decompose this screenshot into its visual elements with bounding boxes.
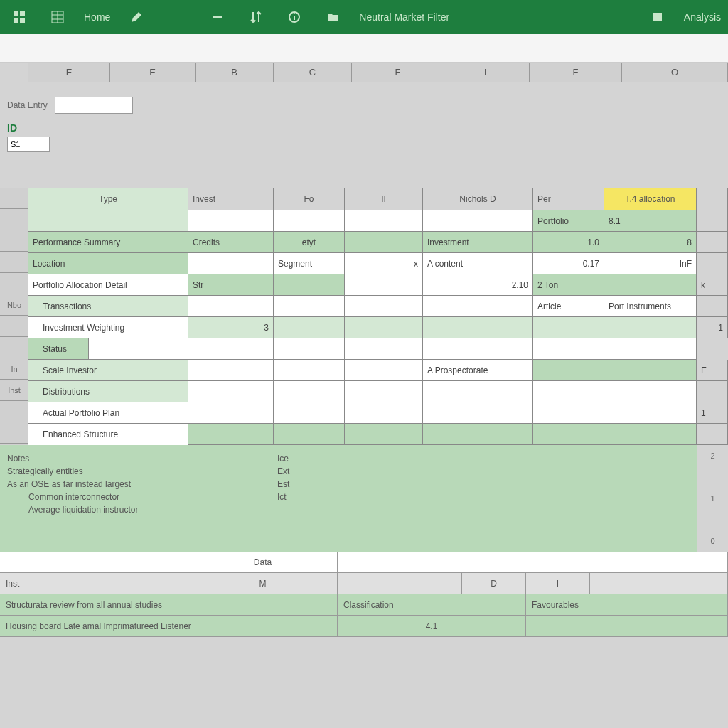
- row-header[interactable]: [0, 401, 28, 422]
- cell[interactable]: k: [697, 274, 728, 296]
- col-header-c[interactable]: C: [274, 63, 352, 82]
- cell[interactable]: [533, 402, 604, 424]
- cell[interactable]: 0.17: [533, 253, 604, 274]
- ribbon-book-icon[interactable]: [646, 8, 670, 26]
- cell[interactable]: [188, 424, 274, 445]
- cell[interactable]: [423, 381, 533, 402]
- footer-cell[interactable]: Favourables: [526, 594, 728, 616]
- cell[interactable]: [423, 296, 533, 317]
- row-header[interactable]: [0, 188, 28, 209]
- ribbon-view[interactable]: Neutral Market Filter: [359, 11, 449, 23]
- cell[interactable]: InF: [604, 253, 697, 274]
- cell[interactable]: [188, 381, 274, 402]
- footer-cell[interactable]: Data: [188, 552, 338, 573]
- footer-cell[interactable]: [0, 552, 188, 573]
- row-header[interactable]: In: [0, 358, 28, 380]
- cell[interactable]: [604, 381, 697, 402]
- cell[interactable]: [274, 360, 345, 381]
- cell[interactable]: [274, 338, 345, 360]
- namebox-input[interactable]: [55, 97, 133, 114]
- cell[interactable]: Investment: [423, 232, 533, 253]
- row-header[interactable]: [0, 422, 28, 444]
- cell[interactable]: [345, 232, 423, 253]
- row-header[interactable]: [0, 273, 28, 294]
- cell[interactable]: [345, 317, 423, 338]
- cell[interactable]: [274, 296, 345, 317]
- col-header-e1[interactable]: E: [28, 63, 110, 82]
- cell[interactable]: [345, 360, 423, 381]
- footer-cell[interactable]: I: [526, 573, 590, 594]
- cell[interactable]: [423, 317, 533, 338]
- footer-cell[interactable]: Housing board Late amal Imprimatureed Li…: [0, 616, 338, 637]
- footer-cell[interactable]: D: [462, 573, 526, 594]
- ribbon-folder-icon[interactable]: [321, 8, 345, 26]
- cell[interactable]: [345, 338, 423, 360]
- cell[interactable]: 1: [697, 317, 728, 338]
- cell-header[interactable]: Fo: [274, 188, 345, 210]
- cell[interactable]: Investment Weighting: [28, 317, 188, 338]
- cell[interactable]: 8: [604, 232, 697, 253]
- cell[interactable]: [188, 253, 274, 274]
- cell[interactable]: Distributions: [28, 381, 188, 402]
- cell[interactable]: A Prospectorate: [423, 360, 533, 381]
- row-header[interactable]: Nbo: [0, 294, 28, 316]
- cell[interactable]: [604, 274, 697, 296]
- cell[interactable]: 1: [697, 402, 728, 424]
- row-header[interactable]: Inst: [0, 380, 28, 401]
- cell[interactable]: Article: [533, 296, 604, 317]
- ribbon-analysis[interactable]: Analysis: [684, 11, 721, 23]
- col-header-o[interactable]: O: [622, 63, 728, 82]
- cell[interactable]: Segment: [274, 253, 345, 274]
- cell[interactable]: [697, 296, 728, 317]
- cell[interactable]: Portfolio: [533, 210, 604, 232]
- cell[interactable]: Status: [28, 338, 89, 360]
- cell[interactable]: [423, 210, 533, 232]
- cell-header[interactable]: T.4 allocation: [604, 188, 697, 210]
- cell[interactable]: [345, 296, 423, 317]
- cell[interactable]: [188, 402, 274, 424]
- col-header-f2[interactable]: F: [530, 63, 622, 82]
- ribbon-grid-icon[interactable]: [7, 8, 31, 26]
- col-header-b[interactable]: B: [196, 63, 274, 82]
- cell[interactable]: Enhanced Structure: [28, 424, 188, 445]
- footer-cell[interactable]: [590, 573, 728, 594]
- cell[interactable]: [423, 338, 533, 360]
- ribbon-table-icon[interactable]: [46, 8, 70, 26]
- row-header[interactable]: [0, 230, 28, 252]
- cell[interactable]: E: [697, 360, 728, 381]
- cell[interactable]: [274, 402, 345, 424]
- cell[interactable]: 2 Ton: [533, 274, 604, 296]
- cell-header[interactable]: Invest: [188, 188, 274, 210]
- cell[interactable]: [274, 424, 345, 445]
- cell[interactable]: Str: [188, 274, 274, 296]
- cell[interactable]: [697, 210, 728, 232]
- row-header[interactable]: [0, 316, 28, 337]
- cell[interactable]: [533, 424, 604, 445]
- cell[interactable]: [345, 274, 423, 296]
- footer-cell[interactable]: [526, 616, 728, 637]
- ribbon-edit-icon[interactable]: [124, 8, 149, 26]
- footer-cell[interactable]: Classification: [338, 594, 526, 616]
- cell[interactable]: Port Instruments: [604, 296, 697, 317]
- title-input[interactable]: [7, 136, 50, 152]
- col-header-f1[interactable]: F: [352, 63, 444, 82]
- cell[interactable]: [423, 402, 533, 424]
- ribbon-info-icon[interactable]: [282, 8, 306, 26]
- row-header[interactable]: [0, 252, 28, 273]
- cell[interactable]: [697, 381, 728, 402]
- cell[interactable]: Credits: [188, 232, 274, 253]
- cell[interactable]: Transactions: [28, 296, 188, 317]
- ribbon-home[interactable]: Home: [84, 11, 110, 23]
- col-header-e2[interactable]: E: [110, 63, 196, 82]
- cell[interactable]: [188, 210, 274, 232]
- cell[interactable]: [89, 338, 188, 360]
- cell[interactable]: [274, 317, 345, 338]
- cell[interactable]: [345, 381, 423, 402]
- row-header[interactable]: [0, 209, 28, 230]
- cell[interactable]: [533, 338, 604, 360]
- cell[interactable]: 8.1: [604, 210, 697, 232]
- cell[interactable]: [423, 424, 533, 445]
- ribbon-minus-icon[interactable]: [205, 8, 230, 26]
- cell-header[interactable]: Type: [28, 188, 188, 210]
- ribbon-sort-icon[interactable]: [244, 8, 268, 26]
